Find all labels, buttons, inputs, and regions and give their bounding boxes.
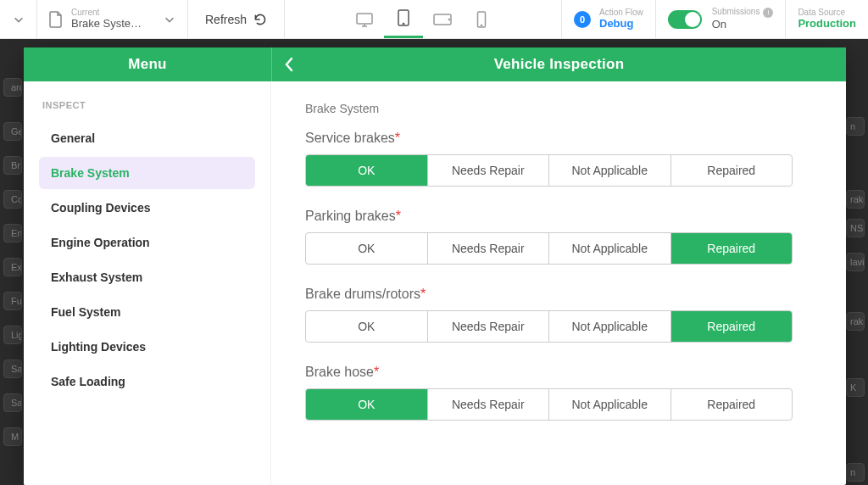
menu-title: Menu <box>24 47 271 81</box>
sidebar: INSPECT GeneralBrake SystemCoupling Devi… <box>24 81 271 485</box>
bg-chip: K <box>846 378 865 397</box>
option-not-applicable[interactable]: Not Applicable <box>548 233 670 264</box>
refresh-icon <box>253 13 267 26</box>
submissions-label: Submissionsi <box>712 7 774 18</box>
option-ok[interactable]: OK <box>306 311 427 342</box>
segmented-control: OKNeeds RepairNot ApplicableRepaired <box>305 154 793 187</box>
bg-chip: M <box>3 427 22 446</box>
bg-chip: Sa <box>3 360 22 378</box>
segmented-control: OKNeeds RepairNot ApplicableRepaired <box>305 310 793 343</box>
submissions-value: On <box>712 18 774 31</box>
bg-chip: Ge <box>3 122 22 141</box>
bg-chip: Lig <box>3 326 22 344</box>
bg-chip: Sa <box>3 393 22 412</box>
bg-chip: Ex <box>3 258 22 276</box>
sidebar-item-fuel-system[interactable]: Fuel System <box>39 296 255 328</box>
device-desktop-button[interactable] <box>345 0 384 38</box>
back-icon[interactable] <box>284 57 294 72</box>
submissions-toggle[interactable] <box>668 10 702 29</box>
option-not-applicable[interactable]: Not Applicable <box>548 311 670 342</box>
option-ok[interactable]: OK <box>306 155 427 186</box>
sidebar-item-coupling-devices[interactable]: Coupling Devices <box>39 192 255 224</box>
field-label: Parking brakes* <box>305 209 812 224</box>
bg-chip: lavig <box>846 253 865 271</box>
option-repaired[interactable]: Repaired <box>670 311 793 342</box>
svg-rect-0 <box>357 14 372 24</box>
svg-point-6 <box>481 25 481 25</box>
bg-chip: Fu <box>3 292 22 310</box>
bg-chip: En <box>3 224 22 242</box>
phone-icon <box>476 11 487 28</box>
tablet-portrait-icon <box>397 9 410 26</box>
refresh-button[interactable]: Refresh <box>188 0 285 38</box>
device-tablet-portrait-button[interactable] <box>384 0 423 38</box>
sidebar-item-engine-operation[interactable]: Engine Operation <box>39 226 255 259</box>
option-not-applicable[interactable]: Not Applicable <box>548 155 670 186</box>
action-flow-section[interactable]: 0 Action Flow Debug <box>562 0 656 38</box>
field-label: Brake hose* <box>305 365 812 380</box>
action-flow-value: Debug <box>599 17 643 31</box>
monitor-icon <box>355 12 374 27</box>
action-flow-label: Action Flow <box>599 8 643 17</box>
preview-window: Menu Vehicle Inspection INSPECT GeneralB… <box>24 47 846 485</box>
current-screen-selector[interactable]: Current Brake Syste… <box>37 0 188 38</box>
field-brake-drums-rotors: Brake drums/rotors*OKNeeds RepairNot App… <box>305 287 812 343</box>
preview-header: Menu Vehicle Inspection <box>24 47 846 81</box>
option-not-applicable[interactable]: Not Applicable <box>548 389 670 420</box>
option-repaired[interactable]: Repaired <box>670 155 793 186</box>
document-icon <box>49 11 63 28</box>
content-area: Brake System Service brakes*OKNeeds Repa… <box>271 81 846 485</box>
option-needs-repair[interactable]: Needs Repair <box>427 233 549 264</box>
refresh-label: Refresh <box>205 13 247 26</box>
current-label: Current <box>71 8 142 17</box>
tablet-landscape-icon <box>433 13 452 26</box>
option-needs-repair[interactable]: Needs Repair <box>427 389 549 420</box>
data-source-label: Data Source <box>798 8 856 17</box>
device-tablet-landscape-button[interactable] <box>423 0 462 38</box>
chevron-down-icon <box>164 14 175 25</box>
option-ok[interactable]: OK <box>306 233 427 264</box>
bg-chip: Br <box>3 156 22 175</box>
sidebar-item-brake-system[interactable]: Brake System <box>39 157 255 189</box>
content-heading: Brake System <box>305 102 812 115</box>
segmented-control: OKNeeds RepairNot ApplicableRepaired <box>305 232 793 265</box>
bg-chip: n <box>846 463 865 482</box>
option-needs-repair[interactable]: Needs Repair <box>427 311 549 342</box>
option-needs-repair[interactable]: Needs Repair <box>427 155 549 186</box>
field-label: Brake drums/rotors* <box>305 287 812 302</box>
action-flow-badge: 0 <box>574 11 591 28</box>
info-icon: i <box>763 8 773 18</box>
bg-chip: rake <box>846 312 865 331</box>
submissions-section: Submissionsi On <box>656 0 787 38</box>
bg-chip: Co <box>3 190 22 209</box>
field-parking-brakes: Parking brakes*OKNeeds RepairNot Applica… <box>305 209 812 265</box>
field-label: Service brakes* <box>305 131 812 146</box>
device-phone-button[interactable] <box>462 0 501 38</box>
chevron-down-icon <box>13 14 25 25</box>
page-title: Vehicle Inspection <box>494 56 625 73</box>
field-service-brakes: Service brakes*OKNeeds RepairNot Applica… <box>305 131 812 187</box>
option-repaired[interactable]: Repaired <box>670 233 793 264</box>
sidebar-item-exhaust-system[interactable]: Exhaust System <box>39 261 255 293</box>
segmented-control: OKNeeds RepairNot ApplicableRepaired <box>305 388 793 421</box>
data-source-value: Production <box>798 17 856 31</box>
option-ok[interactable]: OK <box>306 389 427 420</box>
sidebar-item-general[interactable]: General <box>39 122 255 154</box>
bg-chip: rake <box>846 190 865 209</box>
option-repaired[interactable]: Repaired <box>670 389 793 420</box>
bg-chip: arch <box>3 78 22 97</box>
nav-prev-button[interactable] <box>0 0 37 38</box>
current-value: Brake Syste… <box>71 17 142 31</box>
bg-chip: n <box>846 117 865 136</box>
top-toolbar: Current Brake Syste… Refresh 0 Action Fl… <box>0 0 868 39</box>
svg-point-4 <box>448 19 449 20</box>
svg-point-2 <box>403 23 403 24</box>
field-brake-hose: Brake hose*OKNeeds RepairNot ApplicableR… <box>305 365 812 421</box>
bg-chip: NSPE <box>846 219 865 237</box>
sidebar-item-lighting-devices[interactable]: Lighting Devices <box>39 331 255 363</box>
sidebar-item-safe-loading[interactable]: Safe Loading <box>39 365 255 398</box>
data-source-section[interactable]: Data Source Production <box>786 0 868 38</box>
sidebar-section-label: INSPECT <box>42 100 252 110</box>
